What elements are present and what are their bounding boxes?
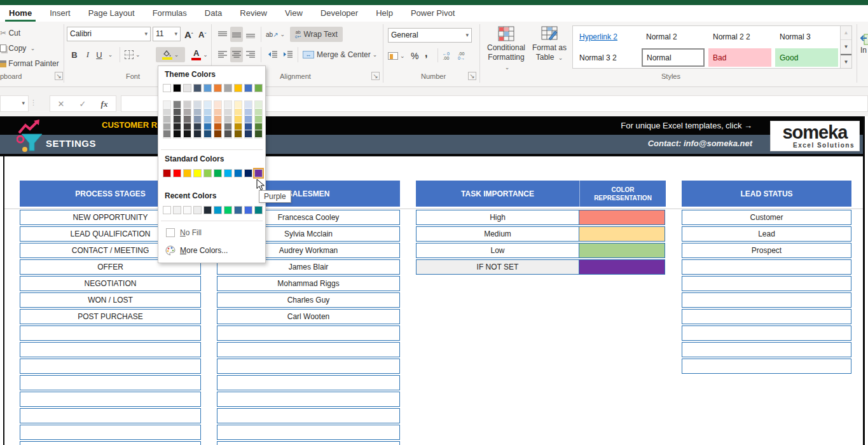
- number-dialog-launcher-icon[interactable]: ↘: [468, 72, 476, 80]
- align-left-button[interactable]: [216, 47, 229, 62]
- color-swatch[interactable]: [254, 206, 263, 214]
- color-swatch[interactable]: [163, 101, 170, 109]
- color-swatch[interactable]: [214, 109, 221, 116]
- table-row[interactable]: [217, 408, 400, 423]
- color-swatch[interactable]: [184, 123, 191, 131]
- color-swatch[interactable]: [173, 169, 181, 177]
- alignment-dialog-launcher-icon[interactable]: ↘: [371, 72, 380, 80]
- percent-style-button[interactable]: %: [411, 48, 418, 64]
- importance-cell[interactable]: IF NOT SET: [416, 259, 579, 275]
- color-swatch[interactable]: [174, 116, 181, 123]
- format-as-table-button[interactable]: Format asTable ⌄: [530, 25, 568, 83]
- color-swatch[interactable]: [193, 169, 202, 177]
- color-swatch[interactable]: [204, 123, 211, 131]
- someka-logo[interactable]: someka Excel Solutions: [770, 121, 860, 151]
- color-swatch[interactable]: [245, 109, 252, 116]
- color-swatch[interactable]: [193, 84, 202, 92]
- table-row[interactable]: Carl Wooten: [217, 309, 400, 324]
- color-swatch[interactable]: [163, 84, 171, 92]
- color-swatch[interactable]: [214, 169, 222, 177]
- color-swatch[interactable]: [204, 101, 211, 109]
- format-painter-button[interactable]: Format Painter: [0, 56, 59, 71]
- borders-button[interactable]: ⌄: [125, 47, 141, 62]
- color-swatch[interactable]: [245, 116, 252, 123]
- middle-align-button[interactable]: [230, 27, 243, 42]
- increase-indent-button[interactable]: [281, 47, 294, 62]
- color-swatch[interactable]: [234, 84, 242, 92]
- increase-decimal-button[interactable]: ←0.00: [443, 48, 450, 64]
- color-swatch[interactable]: [174, 109, 181, 116]
- color-swatch[interactable]: [214, 123, 221, 131]
- color-swatch[interactable]: [235, 101, 242, 109]
- table-row[interactable]: Prospect: [682, 243, 851, 258]
- color-swatch[interactable]: [204, 130, 211, 138]
- color-swatch[interactable]: [255, 130, 262, 138]
- color-swatch[interactable]: [194, 109, 201, 116]
- wrap-text-button[interactable]: abc↩ Wrap Text: [290, 27, 343, 42]
- color-swatch[interactable]: [224, 101, 231, 109]
- color-representation-header[interactable]: COLOR REPRESENTATION: [579, 181, 666, 207]
- tab-view[interactable]: View: [276, 5, 312, 22]
- color-swatch[interactable]: [194, 123, 201, 131]
- color-swatch[interactable]: [224, 109, 231, 116]
- color-swatch[interactable]: [163, 116, 170, 123]
- color-cell[interactable]: [579, 243, 665, 258]
- color-swatch[interactable]: [184, 101, 191, 109]
- style-preset[interactable]: Good: [773, 47, 840, 68]
- cut-button[interactable]: ✂ Cut: [0, 25, 20, 41]
- table-row[interactable]: [20, 441, 201, 445]
- color-swatch[interactable]: [203, 169, 212, 177]
- color-swatch[interactable]: [184, 130, 191, 138]
- tab-formulas[interactable]: Formulas: [144, 5, 196, 22]
- table-row[interactable]: [217, 392, 400, 407]
- tab-help[interactable]: Help: [367, 5, 402, 22]
- table-row[interactable]: POST PURCHASE: [20, 309, 201, 324]
- name-box[interactable]: ▾: [0, 95, 29, 112]
- font-size-combo[interactable]: 11▾: [153, 27, 181, 41]
- table-row[interactable]: [20, 325, 201, 341]
- color-swatch[interactable]: [194, 130, 201, 138]
- color-swatch[interactable]: [203, 206, 212, 214]
- style-preset[interactable]: Normal 3: [773, 26, 840, 47]
- color-swatch[interactable]: [214, 206, 222, 214]
- table-row[interactable]: Lead: [682, 226, 851, 242]
- comma-style-button[interactable]: ,: [425, 46, 427, 61]
- number-format-combo[interactable]: General▾: [388, 28, 472, 43]
- styles-scroll-up-button[interactable]: ▲: [841, 26, 851, 40]
- color-swatch[interactable]: [174, 130, 181, 138]
- color-swatch[interactable]: [203, 84, 212, 92]
- color-swatch[interactable]: [184, 116, 191, 123]
- color-swatch[interactable]: [224, 123, 231, 131]
- color-swatch[interactable]: [244, 206, 252, 214]
- color-swatch[interactable]: [204, 116, 211, 123]
- accounting-format-button[interactable]: ⌄: [388, 48, 405, 64]
- styles-scroll-down-button[interactable]: ▼: [841, 40, 851, 54]
- importance-cell[interactable]: High: [416, 210, 579, 225]
- color-swatch[interactable]: [174, 123, 181, 131]
- merge-center-button[interactable]: ↔ Merge & Center ⌄: [303, 47, 377, 62]
- table-row[interactable]: [217, 425, 400, 440]
- table-row[interactable]: [682, 359, 851, 374]
- importance-cell[interactable]: Medium: [416, 226, 579, 242]
- color-swatch[interactable]: [224, 116, 231, 123]
- decrease-decimal-button[interactable]: .000→: [458, 48, 465, 64]
- color-swatch[interactable]: [234, 169, 242, 177]
- color-swatch[interactable]: [235, 123, 242, 131]
- font-name-combo[interactable]: Calibri▾: [67, 27, 151, 41]
- color-swatch[interactable]: [183, 84, 191, 92]
- table-row[interactable]: [20, 425, 201, 440]
- font-color-button[interactable]: A ⌄: [188, 47, 211, 62]
- style-preset[interactable]: Normal 2 2: [706, 26, 773, 47]
- italic-button[interactable]: I: [83, 47, 93, 62]
- table-row[interactable]: [20, 408, 201, 423]
- bold-button[interactable]: B: [69, 47, 80, 62]
- table-row[interactable]: Charles Guy: [217, 292, 400, 308]
- insert-function-icon[interactable]: fx: [93, 99, 115, 109]
- color-swatch[interactable]: [194, 101, 201, 109]
- table-row[interactable]: WON / LOST: [20, 292, 201, 308]
- color-swatch[interactable]: [234, 206, 242, 214]
- decrease-indent-button[interactable]: [266, 47, 279, 62]
- table-row[interactable]: [682, 292, 851, 308]
- color-cell[interactable]: [579, 210, 665, 225]
- copy-button[interactable]: Copy ⌄: [0, 41, 35, 56]
